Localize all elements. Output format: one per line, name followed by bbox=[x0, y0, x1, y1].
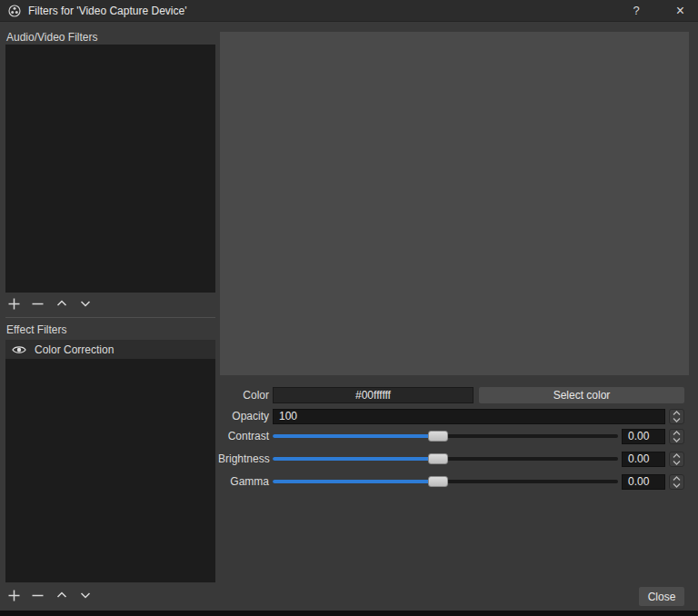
eye-visible-icon[interactable] bbox=[12, 344, 26, 355]
filter-item-label: Color Correction bbox=[35, 343, 114, 356]
effect-filters-list[interactable]: Color Correction bbox=[5, 340, 215, 582]
gamma-row: Gamma 0.00 bbox=[218, 473, 684, 490]
chevron-down-icon bbox=[79, 297, 92, 310]
audio-video-filters-header: Audio/Video Filters bbox=[6, 31, 98, 44]
slider-handle[interactable] bbox=[428, 476, 448, 487]
spinner-up-icon bbox=[673, 431, 681, 436]
select-color-button[interactable]: Select color bbox=[479, 387, 684, 403]
contrast-value: 0.00 bbox=[628, 430, 649, 442]
add-filter-button[interactable] bbox=[5, 295, 23, 313]
contrast-spinner[interactable] bbox=[669, 429, 684, 444]
opacity-value: 100 bbox=[279, 410, 297, 422]
opacity-row: Opacity 100 bbox=[218, 408, 684, 424]
bottom-strip bbox=[0, 611, 698, 616]
chevron-down-icon bbox=[79, 589, 92, 601]
gamma-spinner[interactable] bbox=[669, 474, 684, 490]
slider-fill bbox=[273, 457, 438, 461]
chevron-up-icon bbox=[55, 297, 68, 310]
move-effect-filter-up-button[interactable] bbox=[53, 587, 70, 604]
add-effect-filter-button[interactable] bbox=[5, 587, 23, 604]
contrast-input[interactable]: 0.00 bbox=[622, 429, 665, 444]
opacity-label: Opacity bbox=[218, 410, 269, 422]
minus-icon bbox=[31, 589, 45, 602]
opacity-input[interactable]: 100 bbox=[273, 409, 665, 424]
color-label: Color bbox=[218, 389, 269, 402]
brightness-input[interactable]: 0.00 bbox=[622, 452, 665, 467]
audio-video-filters-toolbar bbox=[5, 294, 215, 313]
brightness-spinner[interactable] bbox=[669, 452, 684, 467]
filter-preview-area bbox=[220, 32, 689, 375]
spinner-up-icon bbox=[673, 476, 681, 482]
titlebar: Filters for 'Video Capture Device' ? × bbox=[0, 0, 698, 22]
color-value-swatch[interactable]: #00ffffff bbox=[273, 387, 474, 403]
slider-fill bbox=[273, 434, 438, 438]
slider-fill bbox=[273, 480, 438, 483]
gamma-input[interactable]: 0.00 bbox=[622, 474, 665, 490]
brightness-slider[interactable] bbox=[273, 451, 618, 467]
contrast-row: Contrast 0.00 bbox=[218, 428, 684, 444]
gamma-value: 0.00 bbox=[628, 475, 649, 488]
color-value-text: #00ffffff bbox=[355, 389, 391, 402]
panel-divider bbox=[5, 317, 215, 318]
window-title: Filters for 'Video Capture Device' bbox=[28, 5, 186, 17]
spinner-down-icon bbox=[673, 417, 681, 422]
move-filter-up-button[interactable] bbox=[53, 295, 70, 313]
brightness-label: Brightness bbox=[218, 452, 269, 465]
brightness-value: 0.00 bbox=[628, 452, 649, 465]
plus-icon bbox=[7, 297, 21, 311]
effect-filters-header: Effect Filters bbox=[6, 323, 66, 336]
effect-filters-toolbar bbox=[5, 586, 215, 604]
spinner-down-icon bbox=[673, 437, 681, 442]
close-button[interactable]: Close bbox=[639, 587, 684, 606]
opacity-spinner[interactable] bbox=[669, 409, 684, 424]
gamma-label: Gamma bbox=[218, 475, 269, 488]
obs-logo-icon bbox=[8, 5, 21, 17]
contrast-label: Contrast bbox=[218, 430, 269, 442]
spinner-up-icon bbox=[673, 453, 681, 459]
gamma-slider[interactable] bbox=[273, 473, 618, 490]
color-row: Color #00ffffff Select color bbox=[218, 387, 684, 403]
spinner-down-icon bbox=[673, 460, 681, 465]
chevron-up-icon bbox=[55, 589, 68, 601]
move-filter-down-button[interactable] bbox=[76, 295, 94, 313]
audio-video-filters-list[interactable] bbox=[5, 45, 215, 293]
remove-effect-filter-button[interactable] bbox=[29, 587, 46, 604]
remove-filter-button[interactable] bbox=[29, 295, 46, 313]
contrast-slider[interactable] bbox=[273, 428, 618, 444]
minus-icon bbox=[31, 297, 45, 311]
help-button[interactable]: ? bbox=[633, 4, 639, 17]
window-close-button[interactable]: × bbox=[676, 4, 684, 18]
move-effect-filter-down-button[interactable] bbox=[76, 587, 94, 604]
plus-icon bbox=[7, 589, 21, 602]
slider-handle[interactable] bbox=[428, 431, 448, 442]
slider-handle[interactable] bbox=[428, 453, 448, 464]
spinner-down-icon bbox=[673, 482, 681, 488]
brightness-row: Brightness 0.00 bbox=[218, 451, 684, 467]
filter-list-item-color-correction[interactable]: Color Correction bbox=[5, 340, 215, 359]
spinner-up-icon bbox=[673, 411, 681, 416]
